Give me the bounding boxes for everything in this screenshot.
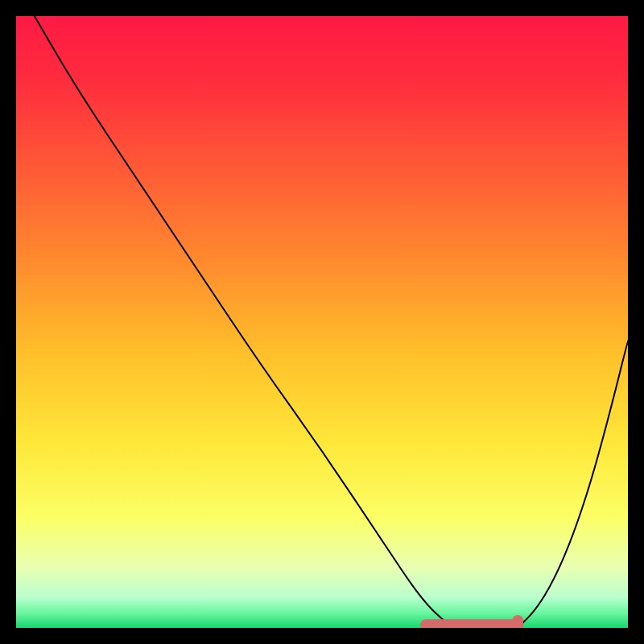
gradient-background xyxy=(16,16,628,628)
chart-frame: TheBottleneck.com xyxy=(16,16,628,628)
chart-svg xyxy=(16,16,628,628)
highlight-end-dot xyxy=(512,615,523,626)
